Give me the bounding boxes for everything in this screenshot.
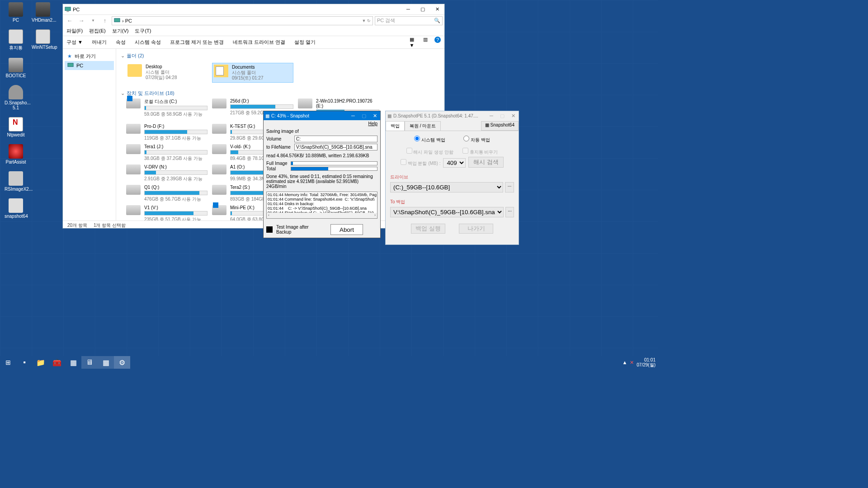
- drive-item[interactable]: Q1 (Q:) 476GB 중 56.7GB 사용 가능: [126, 185, 208, 202]
- taskbar-snapshotpe[interactable]: ⚙: [114, 356, 130, 369]
- radio-system-backup[interactable]: 시스템 백업: [414, 136, 445, 143]
- taskbar: ⊞ ▪ 📁 🧰 ▦ 🖥 ▦ ⚙ ▲ ✕ 01:01 07/29(월): [0, 356, 658, 369]
- drive-item[interactable]: Tera1 (J:) 38.0GB 중 37.2GB 사용 가능: [126, 144, 208, 162]
- svg-rect-3: [68, 63, 73, 67]
- volume-label: Volume: [266, 136, 292, 141]
- taskbar-app2[interactable]: 🧰: [49, 356, 65, 369]
- exit-button[interactable]: 나가기: [459, 224, 493, 234]
- total-label: Total: [266, 166, 288, 171]
- back-button[interactable]: ←: [65, 16, 75, 26]
- desktop-icon-recyclebin[interactable]: 휴지통: [5, 29, 27, 51]
- menu-edit[interactable]: 편집(E): [89, 28, 106, 34]
- snapshotpe-dialog: ▦D.SnapshotPE 5.1 (D.Snapshot64: 1.47...…: [385, 111, 519, 245]
- desktop-icon-pc[interactable]: PC: [5, 2, 27, 23]
- clock[interactable]: 01:01 07/29(월): [637, 357, 656, 367]
- tool-organize[interactable]: 구성 ▼: [66, 39, 83, 46]
- section-drives[interactable]: 장치 및 드라이브 (18): [120, 88, 441, 99]
- tool-netdrive[interactable]: 네트워크 드라이브 연결: [233, 39, 285, 46]
- snap-minimize[interactable]: ─: [348, 111, 359, 120]
- dropdown-nav[interactable]: ▼: [88, 16, 98, 26]
- maximize-button[interactable]: ▢: [415, 4, 430, 14]
- up-button[interactable]: ↑: [100, 16, 110, 26]
- split-size-select[interactable]: 4096: [443, 158, 466, 168]
- chk-empty-trash[interactable]: 휴지통 비우기: [462, 148, 498, 155]
- drive-item[interactable]: 로컬 디스크 (C:) 59.0GB 중 58.9GB 사용 가능: [126, 99, 208, 121]
- desktop-icon-winntsetup[interactable]: WinNTSetup: [32, 29, 54, 50]
- radio-diff-backup[interactable]: 차등 백업: [463, 136, 490, 143]
- folder-desktop[interactable]: Desktop시스템 폴더07/28(일) 04:28: [126, 63, 208, 83]
- drive-item[interactable]: V1 (V:) 235GB 중 51.7GB 사용 가능: [126, 205, 208, 221]
- tray-network-icon[interactable]: ✕: [630, 360, 634, 366]
- sidebar-pc[interactable]: PC: [65, 61, 114, 70]
- desktop-icon-partassist[interactable]: PartAssist: [5, 144, 27, 164]
- section-folders[interactable]: 폴더 (2): [120, 51, 441, 61]
- snapshot-titlebar[interactable]: ▦C: 43% - Snapshot ─ ▢ ✕: [264, 111, 380, 120]
- tool-uninstall[interactable]: 프로그램 제거 또는 변경: [170, 39, 224, 46]
- folder-documents[interactable]: Documents시스템 폴더09/15(토) 01:27: [212, 63, 293, 83]
- pe-titlebar[interactable]: ▦D.SnapshotPE 5.1 (D.Snapshot64: 1.47...…: [386, 111, 519, 120]
- run-backup-button[interactable]: 백업 실행: [411, 224, 445, 234]
- help-link[interactable]: Help: [368, 121, 377, 126]
- pe-maximize[interactable]: ▢: [497, 111, 508, 120]
- preview-pane-icon[interactable]: ▥: [421, 37, 430, 48]
- snap-close[interactable]: ✕: [369, 111, 380, 120]
- tab-restore[interactable]: 복원 / 마운트: [405, 121, 441, 131]
- desktop-icon-rsimagex[interactable]: RSImageX2...: [5, 171, 27, 192]
- minimize-button[interactable]: ─: [401, 4, 415, 14]
- to-backup-browse[interactable]: ...: [505, 207, 514, 217]
- abort-button[interactable]: Abort: [330, 224, 363, 235]
- log-textarea[interactable]: 01:01:44 Memory Info: Total: 32706Mb, Fr…: [266, 192, 377, 219]
- view-mode-icon[interactable]: ▦ ▼: [407, 37, 416, 48]
- menu-tools[interactable]: 도구(T): [135, 28, 151, 34]
- filename-field[interactable]: [294, 144, 377, 150]
- desktop-icon-vhdman[interactable]: VHDman2...: [32, 2, 54, 23]
- chk-split[interactable]: 백업 분할 (MB) :: [401, 159, 441, 167]
- taskbar-app1[interactable]: 📁: [33, 356, 49, 369]
- snapshot64-button[interactable]: ▦ Snapshot64: [481, 121, 519, 131]
- drive-text: 38.0GB 중 37.2GB 사용 가능: [144, 155, 208, 162]
- drive-item[interactable]: Pro-D (F:) 119GB 중 37.1GB 사용 가능: [126, 124, 208, 141]
- taskbar-explorer[interactable]: 🖥: [81, 356, 98, 369]
- taskbar-snapshot[interactable]: ▦: [98, 356, 114, 369]
- help-icon[interactable]: ?: [434, 37, 441, 43]
- tray-chevron[interactable]: ▲: [622, 360, 627, 365]
- drive-item[interactable]: V-DRV (N:) 2.91GB 중 2.39GB 사용 가능: [126, 164, 208, 182]
- tool-sysprops[interactable]: 시스템 속성: [135, 39, 161, 46]
- snap-maximize[interactable]: ▢: [359, 111, 369, 120]
- start-button[interactable]: ⊞: [0, 356, 16, 369]
- taskbar-app3[interactable]: ▦: [65, 356, 81, 369]
- drive-select[interactable]: (C:)_59GB--[10.6GB]: [390, 182, 503, 192]
- estimate-text: estimated size 4.921MB (available 52.991…: [266, 179, 377, 189]
- tab-backup[interactable]: 백업: [386, 121, 405, 131]
- pe-minimize[interactable]: ─: [486, 111, 497, 120]
- drive-icon: [126, 185, 141, 195]
- full-image-progress: [291, 161, 377, 165]
- explorer-titlebar[interactable]: PC ─ ▢ ✕: [63, 4, 444, 14]
- saving-label: Saving image of: [266, 129, 377, 134]
- drive-icon: [212, 124, 226, 134]
- address-field[interactable]: › PC ▼ ↻: [112, 16, 373, 25]
- tool-settings[interactable]: 설정 열기: [294, 39, 316, 46]
- desktop-icon-dsnapshot[interactable]: D.Snapsho... 5.1: [5, 85, 27, 110]
- chk-no-hash[interactable]: 해시 파일 생성 안함: [406, 148, 453, 155]
- search-field[interactable]: PC 검색🔍: [375, 16, 443, 25]
- volume-field[interactable]: [294, 136, 377, 142]
- tool-props[interactable]: 속성: [116, 39, 126, 46]
- test-image-label[interactable]: Test Image after Backup: [276, 225, 312, 235]
- drive-browse[interactable]: ...: [505, 182, 514, 192]
- forward-button[interactable]: →: [76, 16, 86, 26]
- desktop-icon-ntpwedit[interactable]: Ntpwedit: [5, 117, 27, 137]
- to-backup-select[interactable]: V:\SnapShot\(C)_59GB--[10.6GB].sna: [390, 207, 504, 217]
- pe-close[interactable]: ✕: [508, 111, 519, 120]
- tool-eject[interactable]: 꺼내기: [92, 39, 107, 46]
- close-button[interactable]: ✕: [430, 4, 444, 14]
- menu-view[interactable]: 보기(V): [112, 28, 129, 34]
- desktop-icon-bootice[interactable]: BOOTICE: [5, 58, 27, 78]
- hash-search-button[interactable]: 해시 검색: [468, 157, 504, 168]
- desktop-icon-snapshot64[interactable]: snapshot64: [5, 198, 27, 219]
- sidebar-quick-access[interactable]: ★바로 가기: [65, 52, 114, 61]
- drive-name: V-DRV (N:): [144, 164, 208, 169]
- snapshot-title: C: 43% - Snapshot: [271, 113, 309, 118]
- menu-file[interactable]: 파일(F): [66, 28, 83, 34]
- taskbar-cmd[interactable]: ▪: [16, 356, 33, 369]
